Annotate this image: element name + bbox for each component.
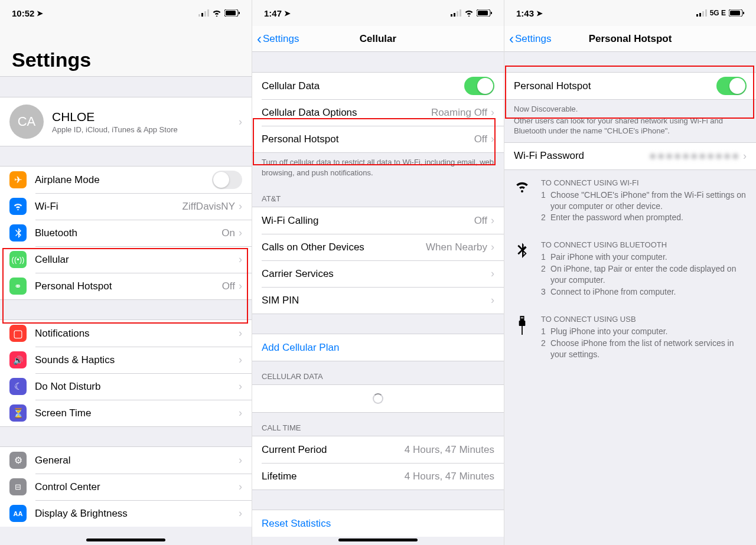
svg-rect-16 — [702, 11, 704, 17]
carrier-services-cell[interactable]: Carrier Services › — [252, 260, 504, 287]
wifi-label: Wi-Fi — [35, 201, 183, 213]
inst-wifi-step1: Choose "CHLOE's iPhone" from the Wi-Fi s… — [550, 190, 747, 212]
loading-cell — [252, 385, 504, 412]
cellular-label: Cellular — [35, 254, 239, 266]
calls-other-cell[interactable]: Calls on Other Devices When Nearby › — [252, 234, 504, 260]
bluetooth-cell[interactable]: Bluetooth On › — [0, 220, 252, 246]
cellular-data-label: Cellular Data — [262, 80, 464, 92]
discoverable-text: Now Discoverable. — [504, 100, 756, 116]
bluetooth-icon — [514, 240, 530, 298]
wifi-password-value: ∗∗∗∗∗∗∗∗∗∗∗ — [649, 150, 739, 162]
chevron-icon: › — [239, 507, 242, 520]
hotspot-label: Personal Hotspot — [514, 80, 716, 92]
hotspot-label: Personal Hotspot — [262, 133, 474, 145]
hotspot-toggle[interactable] — [716, 77, 747, 95]
control-center-label: Control Center — [35, 481, 239, 493]
notifications-icon: ▢ — [9, 325, 27, 342]
chevron-icon: › — [239, 253, 242, 266]
wifi-cell[interactable]: Wi-Fi ZiffDavisNY › — [0, 193, 252, 220]
screentime-icon: ⏳ — [9, 404, 27, 422]
gear-icon: ⚙ — [9, 452, 27, 469]
personal-hotspot-cell[interactable]: Personal Hotspot Off › — [252, 126, 504, 152]
wifi-password-label: Wi-Fi Password — [514, 150, 649, 162]
status-time: 10:52 — [12, 8, 34, 18]
battery-icon — [477, 8, 492, 18]
battery-icon — [729, 8, 744, 18]
chevron-icon: › — [239, 227, 242, 239]
chevron-left-icon: ‹ — [509, 31, 514, 47]
hotspot-label: Personal Hotspot — [35, 280, 222, 292]
airplane-icon: ✈ — [9, 171, 27, 188]
chevron-icon: › — [239, 116, 242, 128]
svg-rect-22 — [521, 317, 522, 319]
airplane-toggle[interactable] — [212, 171, 242, 189]
chevron-icon: › — [491, 106, 494, 119]
cellular-data-toggle[interactable] — [464, 77, 494, 95]
home-indicator[interactable] — [338, 539, 418, 541]
instructions-usb: TO CONNECT USING USB 1Plug iPhone into y… — [504, 306, 756, 369]
lifetime-label: Lifetime — [262, 471, 405, 482]
reset-stats-cell[interactable]: Reset Statistics — [252, 510, 504, 537]
signal-icon — [696, 8, 707, 18]
screenshot-settings-root: 10:52➤ Settings CA CHLOE Apple ID, iClou… — [0, 0, 252, 545]
carrier-services-label: Carrier Services — [262, 268, 491, 280]
general-cell[interactable]: ⚙ General › — [0, 447, 252, 474]
cellular-options-cell[interactable]: Cellular Data Options Roaming Off › — [252, 99, 504, 126]
dnd-cell[interactable]: ☾ Do Not Disturb › — [0, 373, 252, 400]
bluetooth-label: Bluetooth — [35, 227, 221, 239]
svg-rect-25 — [522, 326, 523, 335]
inst-usb-title: TO CONNECT USING USB — [541, 315, 747, 324]
screentime-cell[interactable]: ⏳ Screen Time › — [0, 400, 252, 426]
hotspot-icon: ⚭ — [9, 278, 27, 295]
notifications-label: Notifications — [35, 328, 239, 340]
inst-bt-title: TO CONNECT USING BLUETOOTH — [541, 240, 747, 249]
wifi-password-cell[interactable]: Wi-Fi Password ∗∗∗∗∗∗∗∗∗∗∗ › — [504, 143, 756, 169]
nav-header: ‹Settings Personal Hotspot — [504, 26, 756, 52]
svg-rect-2 — [204, 11, 206, 17]
notifications-cell[interactable]: ▢ Notifications › — [0, 320, 252, 347]
svg-rect-13 — [491, 12, 492, 14]
chevron-icon: › — [239, 200, 242, 213]
apple-id-cell[interactable]: CA CHLOE Apple ID, iCloud, iTunes & App … — [0, 97, 252, 146]
add-plan-label: Add Cellular Plan — [262, 342, 494, 354]
add-plan-cell[interactable]: Add Cellular Plan — [252, 334, 504, 361]
display-cell[interactable]: AA Display & Brightness › — [0, 500, 252, 527]
control-center-cell[interactable]: ⊟ Control Center › — [0, 474, 252, 500]
dnd-label: Do Not Disturb — [35, 381, 239, 393]
svg-rect-5 — [226, 11, 236, 15]
inst-bt-step1: Pair iPhone with your computer. — [550, 252, 667, 263]
svg-rect-19 — [730, 11, 740, 15]
airplane-mode-cell[interactable]: ✈ Airplane Mode — [0, 167, 252, 193]
chevron-left-icon: ‹ — [257, 31, 262, 47]
back-button[interactable]: ‹Settings — [252, 31, 299, 47]
svg-rect-21 — [520, 316, 524, 321]
signal-icon — [451, 8, 461, 18]
lifetime-value: 4 Hours, 47 Minutes — [405, 471, 494, 482]
home-indicator[interactable] — [86, 539, 165, 541]
inst-bt-step2: On iPhone, tap Pair or enter the code di… — [550, 263, 747, 286]
sim-pin-cell[interactable]: SIM PIN › — [252, 287, 504, 314]
calls-other-value: When Nearby — [426, 242, 487, 253]
svg-rect-14 — [696, 14, 698, 17]
svg-rect-0 — [198, 14, 200, 17]
chevron-icon: › — [239, 481, 242, 493]
sounds-cell[interactable]: 🔊 Sounds & Haptics › — [0, 347, 252, 373]
signal-icon — [198, 8, 209, 18]
svg-rect-15 — [699, 13, 701, 17]
personal-hotspot-cell[interactable]: ⚭ Personal Hotspot Off › — [0, 273, 252, 299]
svg-rect-9 — [457, 11, 458, 17]
inst-wifi-title: TO CONNECT USING WI-FI — [541, 178, 747, 187]
wifi-value: ZiffDavisNY — [183, 201, 235, 213]
cellular-data-cell[interactable]: Cellular Data — [252, 73, 504, 99]
chevron-icon: › — [239, 354, 242, 366]
current-period-cell: Current Period 4 Hours, 47 Minutes — [252, 436, 504, 463]
back-button[interactable]: ‹Settings — [504, 31, 551, 47]
inst-bt-step3: Connect to iPhone from computer. — [550, 286, 676, 298]
cellular-cell[interactable]: ((•)) Cellular › — [0, 246, 252, 273]
wifi-calling-value: Off — [474, 215, 487, 227]
hotspot-value: Off — [474, 133, 487, 145]
hotspot-toggle-cell[interactable]: Personal Hotspot — [504, 73, 756, 99]
wifi-calling-cell[interactable]: Wi-Fi Calling Off › — [252, 207, 504, 234]
cellular-icon: ((•)) — [9, 251, 27, 268]
general-label: General — [35, 455, 239, 466]
